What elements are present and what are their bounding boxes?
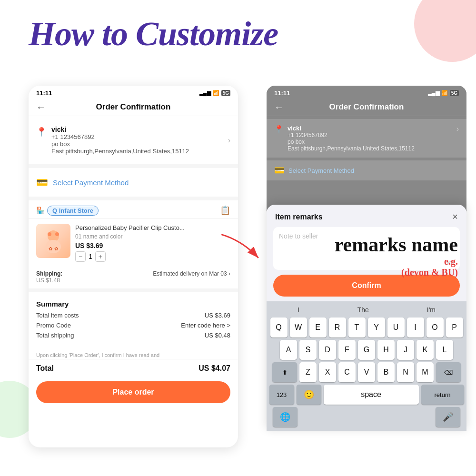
- key-m[interactable]: M: [416, 362, 434, 382]
- suggestion-2[interactable]: The: [357, 306, 369, 314]
- status-icons-left: ▂▄▆ 📶 5G: [199, 90, 230, 96]
- address-chevron[interactable]: ›: [228, 136, 230, 145]
- payment-label: Select Payment Method: [53, 178, 129, 187]
- key-p[interactable]: P: [446, 317, 463, 337]
- key-mic[interactable]: 🎤: [436, 407, 460, 427]
- key-j[interactable]: J: [397, 340, 414, 360]
- store-badge: Q Infant Store: [47, 206, 99, 216]
- network-badge-right: 5G: [450, 90, 459, 96]
- key-numbers[interactable]: 123: [269, 385, 294, 405]
- key-globe[interactable]: 🌐: [273, 407, 298, 427]
- key-q[interactable]: Q: [270, 317, 288, 337]
- right-payment-label: Select Payment Method: [288, 167, 354, 174]
- right-payment: 💳 Select Payment Method: [267, 160, 466, 180]
- key-a[interactable]: A: [280, 340, 297, 360]
- address-location: East pittsburgh,Pennsylvania,United Stat…: [51, 148, 228, 155]
- page-title: How to Customize: [29, 14, 278, 54]
- key-t[interactable]: T: [348, 317, 366, 337]
- key-k[interactable]: K: [416, 340, 434, 360]
- store-name-row: 🏪 Q Infant Store: [36, 206, 99, 216]
- keyboard: I The I'm Q W E R T Y U I O P A S D F G …: [267, 301, 466, 431]
- summary-shipping: Total shipping US $0.48: [36, 332, 230, 339]
- summary-item-costs: Total item costs US $3.69: [36, 312, 230, 319]
- key-u[interactable]: U: [387, 317, 405, 337]
- key-emoji[interactable]: 🙂: [297, 385, 321, 405]
- shipping-row: Shipping: US $1.48 Estimated delivery on…: [29, 267, 238, 288]
- store-name: Infant Store: [59, 207, 93, 214]
- address-phone: +1 1234567892: [51, 133, 228, 140]
- dialog-close-button[interactable]: ×: [452, 211, 458, 222]
- back-button-right[interactable]: ←: [274, 102, 284, 113]
- product-info: Personalized Baby Pacifier Clip Custo...…: [75, 224, 230, 262]
- qty-decrease[interactable]: −: [75, 251, 86, 262]
- key-g[interactable]: G: [358, 340, 375, 360]
- key-s[interactable]: S: [299, 340, 317, 360]
- key-backspace[interactable]: ⌫: [436, 362, 461, 382]
- keyboard-row-3: ⬆ Z X C V B N M ⌫: [268, 362, 465, 382]
- status-bar-right: 11:11 ▂▄▆ 📶 5G: [267, 86, 466, 99]
- key-c[interactable]: C: [338, 362, 356, 382]
- gap1: [29, 164, 238, 168]
- keyboard-row-1: Q W E R T Y U I O P: [268, 317, 465, 337]
- summary-promo[interactable]: Promo Code Enter code here >: [36, 322, 230, 329]
- suggestion-1[interactable]: I: [298, 306, 299, 314]
- keyboard-bottom-row: 🌐 🎤: [268, 407, 465, 427]
- nav-title-left: Order Confirmation: [96, 102, 171, 112]
- right-address-location: East pittsburgh,Pennsylvania,United Stat…: [288, 145, 415, 152]
- key-x[interactable]: X: [319, 362, 336, 382]
- key-r[interactable]: R: [329, 317, 346, 337]
- key-f[interactable]: F: [338, 340, 356, 360]
- key-y[interactable]: Y: [368, 317, 385, 337]
- key-return[interactable]: return: [421, 385, 464, 405]
- product-sub: 01 name and color: [75, 233, 230, 240]
- note-placeholder: Note to seller: [279, 232, 318, 240]
- payment-section[interactable]: 💳 Select Payment Method: [29, 170, 238, 195]
- key-l[interactable]: L: [436, 340, 453, 360]
- key-e[interactable]: E: [309, 317, 327, 337]
- key-h[interactable]: H: [377, 340, 395, 360]
- remarks-dialog: Item remarks × Note to seller 0/51 remar…: [267, 205, 466, 431]
- key-shift[interactable]: ⬆: [272, 362, 297, 382]
- qty-increase[interactable]: +: [95, 251, 106, 262]
- svg-text:✿: ✿: [54, 246, 58, 251]
- right-payment-icon: 💳: [274, 165, 285, 176]
- back-button-left[interactable]: ←: [36, 102, 46, 113]
- product-name: Personalized Baby Pacifier Clip Custo...: [75, 224, 230, 232]
- phone-left: 11:11 ▂▄▆ 📶 5G ← Order Confirmation 📍 vi…: [29, 86, 238, 447]
- key-w[interactable]: W: [290, 317, 307, 337]
- product-row: ✿ ✿ Personalized Baby Pacifier Clip Cust…: [29, 219, 238, 267]
- note-icon[interactable]: 📋: [220, 205, 230, 216]
- total-amount: US $4.07: [198, 364, 230, 373]
- shipping-delivery: Estimated delivery on Mar 03 ›: [153, 270, 230, 284]
- key-i[interactable]: I: [407, 317, 424, 337]
- dialog-header: Item remarks ×: [267, 205, 466, 227]
- time-left: 11:11: [36, 89, 52, 97]
- gap2: [29, 197, 238, 200]
- key-b[interactable]: B: [377, 362, 395, 382]
- svg-point-3: [55, 232, 59, 236]
- key-v[interactable]: V: [358, 362, 375, 382]
- suggestion-3[interactable]: I'm: [427, 306, 436, 314]
- status-icons-right: ▂▄▆ 📶 5G: [428, 90, 459, 96]
- network-badge: 5G: [221, 90, 230, 96]
- right-chevron: ›: [456, 125, 459, 133]
- shipping-label: Shipping:: [36, 270, 62, 277]
- location-icon: 📍: [36, 127, 47, 137]
- key-n[interactable]: N: [397, 362, 414, 382]
- decorative-circle-top-right: [414, 0, 476, 62]
- store-icon: 🏪: [36, 207, 44, 214]
- right-address: 📍 vicki +1 1234567892 po box East pittsb…: [267, 119, 466, 158]
- svg-point-1: [46, 240, 61, 253]
- remarks-eg-label: e.g.: [335, 256, 458, 267]
- place-order-button[interactable]: Place order: [36, 381, 230, 403]
- address-po: po box: [51, 140, 228, 148]
- nav-bar-left: ← Order Confirmation: [29, 99, 238, 116]
- key-z[interactable]: Z: [299, 362, 317, 382]
- store-prefix: Q: [52, 207, 57, 214]
- key-d[interactable]: D: [319, 340, 336, 360]
- signal-icon-right: ▂▄▆: [428, 90, 439, 96]
- key-space[interactable]: space: [324, 385, 419, 405]
- key-o[interactable]: O: [426, 317, 444, 337]
- wifi-icon-right: 📶: [441, 90, 448, 96]
- shipping-cost: US $1.48: [36, 277, 62, 284]
